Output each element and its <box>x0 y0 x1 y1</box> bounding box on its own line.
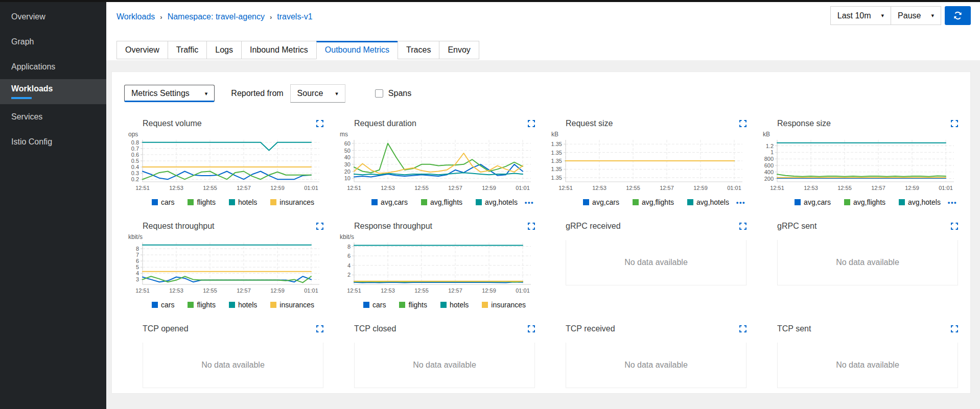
no-data-box: No data available <box>777 343 958 388</box>
refresh-button[interactable] <box>945 6 971 25</box>
chart-title: TCP sent <box>777 324 811 333</box>
chart-request-throughput: Request throughputkbit/s34567812:5112:53… <box>124 221 323 310</box>
legend-label: avg,flights <box>853 198 885 206</box>
sidebar-item-applications[interactable]: Applications <box>0 54 106 79</box>
expand-icon[interactable] <box>739 120 746 127</box>
legend-swatch <box>440 302 447 308</box>
breadcrumb-link[interactable]: Workloads <box>116 12 155 21</box>
legend-item[interactable]: avg,flights <box>844 198 885 206</box>
expand-icon[interactable] <box>528 223 535 230</box>
svg-text:12:57: 12:57 <box>237 185 251 191</box>
svg-text:12:51: 12:51 <box>347 185 361 191</box>
legend-item[interactable]: flights <box>399 301 427 309</box>
expand-icon[interactable] <box>528 325 535 332</box>
legend-item[interactable]: avg,flights <box>421 198 462 206</box>
sidebar-item-overview[interactable]: Overview <box>0 4 106 29</box>
metrics-card: Metrics Settings ▾ Reported from Source … <box>111 71 971 394</box>
legend-item[interactable]: avg,cars <box>795 198 831 206</box>
legend-swatch <box>363 302 369 308</box>
svg-text:12:51: 12:51 <box>770 185 784 191</box>
tab-outbound-metrics[interactable]: Outbound Metrics <box>316 41 398 59</box>
expand-icon[interactable] <box>316 120 323 127</box>
spans-label: Spans <box>388 89 411 98</box>
svg-text:12:57: 12:57 <box>448 185 462 191</box>
legend-item[interactable]: hotels <box>229 198 257 206</box>
expand-icon[interactable] <box>739 325 746 332</box>
legend-swatch <box>188 302 194 308</box>
metrics-settings-dropdown[interactable]: Metrics Settings ▾ <box>124 85 215 102</box>
expand-icon[interactable] <box>951 120 958 127</box>
svg-text:12:51: 12:51 <box>558 185 573 191</box>
legend-item[interactable]: insurances <box>270 301 314 309</box>
tab-traces[interactable]: Traces <box>398 41 439 59</box>
sidebar-item-services[interactable]: Services <box>0 104 106 129</box>
legend-item[interactable]: cars <box>152 198 174 206</box>
chart-title: Request volume <box>143 119 202 128</box>
no-data-box: No data available <box>566 343 746 388</box>
main-area: Workloads›Namespace: travel-agency›trave… <box>106 2 980 409</box>
svg-text:60: 60 <box>344 140 351 147</box>
expand-icon[interactable] <box>739 223 746 230</box>
legend-label: avg,cars <box>592 198 619 206</box>
legend-label: avg,flights <box>642 198 674 206</box>
breadcrumb-link[interactable]: travels-v1 <box>277 12 312 21</box>
svg-text:0.5: 0.5 <box>131 158 139 164</box>
chart-title: gRPC sent <box>777 222 816 231</box>
sidebar-item-workloads[interactable]: Workloads <box>0 79 106 104</box>
sidebar-item-graph[interactable]: Graph <box>0 29 106 54</box>
breadcrumb-link[interactable]: Namespace: travel-agency <box>168 12 265 21</box>
expand-icon[interactable] <box>316 325 323 332</box>
legend-item[interactable]: avg,hotels <box>899 198 941 206</box>
sidebar-item-istio-config[interactable]: Istio Config <box>0 129 106 154</box>
spans-checkbox[interactable] <box>375 89 383 98</box>
svg-text:0.2: 0.2 <box>131 176 139 182</box>
tab-logs[interactable]: Logs <box>206 41 242 59</box>
legend-more-button[interactable]: ••• <box>525 199 534 206</box>
legend-more-button[interactable]: ••• <box>948 199 957 206</box>
svg-text:12:59: 12:59 <box>270 287 285 294</box>
expand-icon[interactable] <box>528 120 535 127</box>
legend-item[interactable]: insurances <box>482 301 526 309</box>
svg-text:12:51: 12:51 <box>347 287 361 294</box>
no-data-box: No data available <box>143 343 323 388</box>
chart-legend: carsflightshotelsinsurances <box>143 197 323 207</box>
legend-item[interactable]: cars <box>152 301 174 309</box>
legend-item[interactable]: insurances <box>270 198 314 206</box>
breadcrumb-separator-icon: › <box>160 13 162 21</box>
legend-item[interactable]: hotels <box>229 301 257 309</box>
sidebar-item-label: Applications <box>11 62 106 71</box>
legend-item[interactable]: avg,cars <box>371 198 408 206</box>
chart-legend: avg,carsavg,flightsavg,hotels••• <box>566 197 746 207</box>
legend-label: hotels <box>450 301 469 309</box>
legend-item[interactable]: avg,cars <box>583 198 619 206</box>
duration-dropdown[interactable]: Last 10m ▾ <box>830 6 891 25</box>
legend-item[interactable]: avg,hotels <box>476 198 518 206</box>
legend-item[interactable]: flights <box>188 198 216 206</box>
legend-item[interactable]: avg,flights <box>633 198 674 206</box>
expand-icon[interactable] <box>316 223 323 230</box>
tab-traffic[interactable]: Traffic <box>168 41 207 59</box>
chart-grpc-received: gRPC receivedNo data available <box>547 221 746 310</box>
legend-swatch <box>844 199 850 205</box>
legend-item[interactable]: hotels <box>440 301 469 309</box>
svg-text:3: 3 <box>136 276 139 282</box>
time-controls: Last 10m ▾ Pause ▾ <box>830 6 971 25</box>
refresh-interval-dropdown[interactable]: Pause ▾ <box>891 6 941 25</box>
y-axis-unit-label: ops <box>128 131 323 138</box>
legend-item[interactable]: avg,hotels <box>687 198 729 206</box>
expand-icon[interactable] <box>951 325 958 332</box>
svg-text:12:57: 12:57 <box>237 287 251 294</box>
expand-icon[interactable] <box>951 223 958 230</box>
legend-swatch <box>188 199 194 205</box>
tab-overview[interactable]: Overview <box>116 41 168 59</box>
tab-inbound-metrics[interactable]: Inbound Metrics <box>241 41 317 59</box>
legend-item[interactable]: cars <box>363 301 386 309</box>
legend-label: flights <box>408 301 427 309</box>
reported-from-select[interactable]: Source ▾ <box>290 84 345 103</box>
svg-text:12:59: 12:59 <box>905 185 919 191</box>
legend-item[interactable]: flights <box>188 301 216 309</box>
tab-envoy[interactable]: Envoy <box>439 41 479 59</box>
legend-more-button[interactable]: ••• <box>736 199 745 206</box>
legend-label: hotels <box>238 198 257 206</box>
chart-plot: 246812:5112:5312:5512:5712:5901:01 <box>336 240 535 298</box>
